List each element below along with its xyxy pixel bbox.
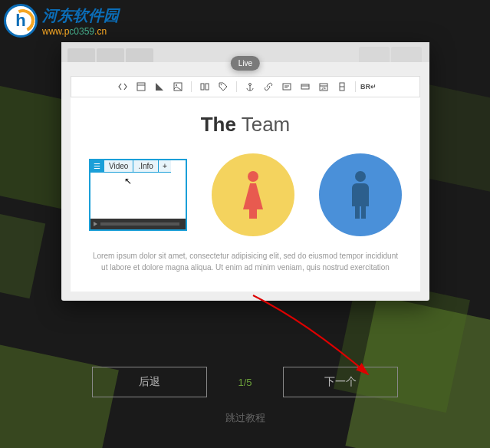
video-tab[interactable]: Video (104, 160, 133, 173)
progress-bar[interactable] (100, 222, 179, 226)
window-tab[interactable] (97, 48, 124, 62)
grid-icon[interactable] (337, 81, 347, 92)
add-tab-button[interactable]: + (159, 160, 171, 173)
svg-rect-12 (301, 84, 309, 89)
anchor-icon[interactable] (245, 81, 255, 92)
play-icon[interactable] (94, 222, 97, 226)
content-area: The Team ☰ Video .Info + ↖ (71, 97, 420, 292)
site-watermark: h 河东软件园 www.pc0359.cn (4, 4, 119, 38)
skip-tutorial-link[interactable]: 跳过教程 (0, 411, 490, 425)
next-button[interactable]: 下一个 (283, 367, 398, 397)
code-icon[interactable] (117, 81, 128, 92)
logo-text-cn: 河东软件园 (42, 5, 119, 26)
svg-point-7 (220, 84, 222, 86)
live-badge: Live (231, 56, 260, 71)
female-icon (243, 171, 263, 219)
team-member-avatar (212, 153, 294, 236)
contrast-icon[interactable] (154, 81, 165, 92)
video-controls[interactable] (90, 219, 186, 229)
window-tab[interactable] (359, 47, 390, 62)
video-canvas[interactable]: ↖ (90, 173, 186, 219)
layout-icon[interactable] (136, 81, 146, 92)
image-icon[interactable] (173, 81, 183, 92)
tutorial-footer: 后退 1/5 下一个 跳过教程 (0, 367, 490, 425)
card-icon[interactable] (300, 81, 311, 92)
window-tabs: Live (61, 42, 429, 62)
info-tab[interactable]: .Info (133, 160, 158, 173)
hamburger-icon[interactable]: ☰ (90, 160, 104, 173)
columns-icon[interactable] (199, 81, 210, 92)
tutorial-window: Live 24 BR↵ The Team ☰ Video .Info (61, 42, 429, 301)
window-tab[interactable] (67, 48, 95, 62)
calendar-icon[interactable]: 24 (318, 81, 329, 92)
link-icon[interactable] (263, 81, 274, 92)
video-widget[interactable]: ☰ Video .Info + ↖ (89, 159, 187, 231)
svg-rect-6 (206, 84, 209, 90)
description-text: Lorem ipsum dolor sit amet, consectetur … (89, 250, 402, 273)
form-icon[interactable] (281, 81, 292, 92)
svg-rect-5 (201, 84, 204, 90)
editor-toolbar: 24 BR↵ (71, 76, 420, 97)
logo-url: www.pc0359.cn (42, 26, 119, 37)
page-title: The Team (89, 113, 402, 137)
step-counter: 1/5 (238, 377, 252, 388)
tag-icon[interactable] (218, 81, 229, 92)
back-button[interactable]: 后退 (92, 367, 207, 397)
svg-point-4 (176, 84, 177, 86)
team-member-avatar (319, 153, 402, 236)
text-format-icon[interactable]: BR↵ (363, 81, 374, 92)
svg-rect-9 (283, 84, 291, 90)
window-tab[interactable] (391, 47, 422, 62)
male-icon (352, 171, 369, 219)
window-tab[interactable] (126, 48, 153, 62)
svg-rect-0 (137, 83, 145, 91)
logo-icon: h (4, 4, 38, 38)
cursor-icon: ↖ (124, 176, 132, 186)
svg-text:24: 24 (321, 86, 326, 91)
